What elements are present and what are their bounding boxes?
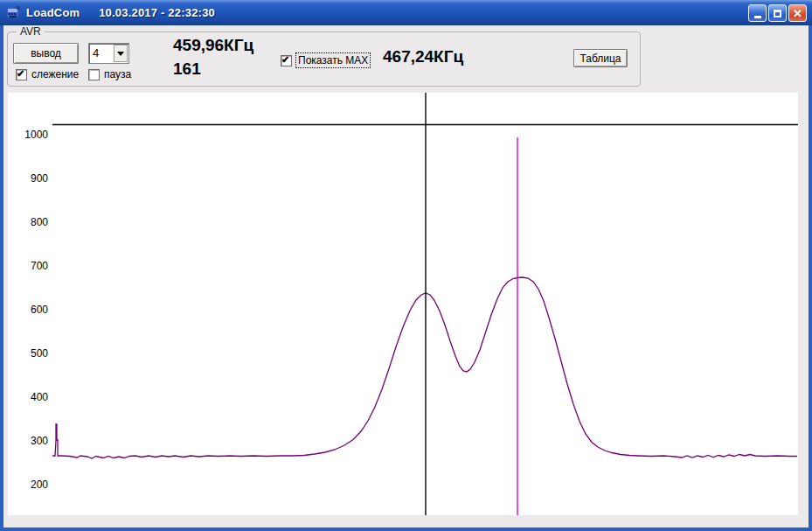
titlebar[interactable]: LoadCom 10.03.2017 - 22:32:30 ✕ xyxy=(0,0,812,25)
avr-group-label: AVR xyxy=(17,25,45,38)
count-readout: 161 xyxy=(173,59,201,79)
avg-select[interactable]: 4 xyxy=(88,43,129,64)
window-controls: ✕ xyxy=(748,4,807,22)
frequency-readout: 459,96КГц xyxy=(173,36,253,55)
maximize-icon xyxy=(774,10,781,17)
minimize-icon xyxy=(754,16,761,18)
close-button[interactable]: ✕ xyxy=(788,4,807,22)
titlebar-datetime: 10.03.2017 - 22:32:30 xyxy=(99,6,215,19)
tracking-checkbox-box[interactable] xyxy=(16,69,27,80)
output-button[interactable]: вывод xyxy=(13,43,79,64)
maximize-button[interactable] xyxy=(768,4,787,22)
chart-svg xyxy=(8,93,798,515)
show-max-checkbox-label: Показать MAX xyxy=(296,53,370,67)
table-button[interactable]: Таблица xyxy=(573,49,628,67)
app-window: LoadCom 10.03.2017 - 22:32:30 ✕ AVR выво… xyxy=(0,0,812,531)
tracking-checkbox-label: слежение xyxy=(31,68,79,80)
close-icon: ✕ xyxy=(793,8,802,19)
show-max-checkbox-box[interactable] xyxy=(281,55,292,66)
avr-groupbox: AVR вывод 4 слежение пауза 459,96КГц 161 xyxy=(7,31,641,87)
client-area: AVR вывод 4 слежение пауза 459,96КГц 161 xyxy=(3,25,809,528)
app-icon xyxy=(6,5,21,20)
series-spectrum xyxy=(52,277,797,458)
pause-checkbox[interactable]: пауза xyxy=(88,68,131,80)
minimize-button[interactable] xyxy=(748,4,767,22)
tracking-checkbox[interactable]: слежение xyxy=(16,68,79,80)
pause-checkbox-box[interactable] xyxy=(88,69,100,80)
max-frequency-readout: 467,24КГц xyxy=(383,47,463,66)
avg-select-value: 4 xyxy=(93,46,99,59)
window-title: LoadCom 10.03.2017 - 22:32:30 xyxy=(26,6,215,19)
spectrum-chart[interactable]: 1000900800700600500400300200 xyxy=(8,93,798,515)
avg-select-dropdown-button[interactable] xyxy=(114,45,128,62)
app-name: LoadCom xyxy=(26,6,80,19)
chevron-down-icon xyxy=(117,52,124,56)
pause-checkbox-label: пауза xyxy=(104,68,131,80)
show-max-checkbox[interactable]: Показать MAX xyxy=(281,53,370,67)
